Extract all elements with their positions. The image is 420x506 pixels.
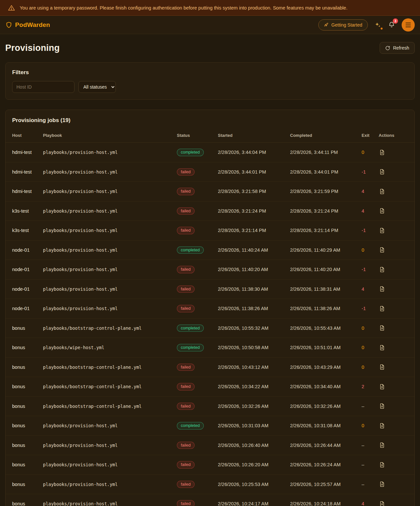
host-cell: k3s-test <box>6 201 39 221</box>
completed-cell: 2/26/2026, 11:40:20 AM <box>286 260 358 280</box>
table-row: hdmi-test playbooks/provision-host.yml f… <box>6 182 414 201</box>
actions-cell <box>375 201 414 221</box>
column-header-completed: Completed <box>286 130 358 143</box>
completed-cell: 2/28/2026, 3:21:59 PM <box>286 182 358 201</box>
exit-code: -1 <box>358 221 375 241</box>
getting-started-label: Getting Started <box>331 22 362 28</box>
table-row: hdmi-test playbooks/provision-host.yml c… <box>6 143 414 162</box>
host-id-input[interactable] <box>12 81 74 93</box>
table-row: node-01 playbooks/provision-host.yml com… <box>6 240 414 260</box>
view-log-button[interactable] <box>379 227 386 234</box>
view-log-button[interactable] <box>379 461 386 468</box>
brand: PodWarden <box>5 21 50 29</box>
temporary-password-banner: You are using a temporary password. Plea… <box>0 0 420 16</box>
started-cell: 2/26/2026, 11:40:24 AM <box>214 240 286 260</box>
document-icon <box>379 423 385 429</box>
playbook-cell: playbooks/bootstrap-control-plane.yml <box>39 318 173 338</box>
started-cell: 2/28/2026, 3:21:14 PM <box>214 221 286 241</box>
view-log-button[interactable] <box>379 383 386 390</box>
document-icon <box>379 267 385 272</box>
status-cell: completed <box>173 318 214 338</box>
host-cell: bonus <box>6 357 39 377</box>
view-log-button[interactable] <box>379 246 386 253</box>
started-cell: 2/26/2026, 10:55:32 AM <box>214 318 286 338</box>
top-navigation-bar: PodWarden Getting Started <box>0 16 420 34</box>
actions-cell <box>375 474 414 494</box>
playbook-cell: playbooks/provision-host.yml <box>39 260 173 280</box>
completed-cell: 2/26/2026, 11:38:26 AM <box>286 299 358 319</box>
completed-cell: 2/26/2026, 10:26:44 AM <box>286 435 358 455</box>
status-cell: failed <box>173 455 214 475</box>
status-badge: failed <box>177 227 195 234</box>
view-log-button[interactable] <box>379 481 386 488</box>
document-icon <box>379 442 385 448</box>
document-icon <box>379 208 385 214</box>
actions-cell <box>375 143 414 162</box>
view-log-button[interactable] <box>379 344 386 351</box>
view-log-button[interactable] <box>379 168 386 175</box>
completed-cell: 2/26/2026, 10:55:43 AM <box>286 318 358 338</box>
actions-cell <box>375 182 414 201</box>
document-icon <box>379 462 385 468</box>
document-icon <box>379 481 385 487</box>
table-row: bonus playbooks/wipe-host.yml completed … <box>6 338 414 358</box>
refresh-button[interactable]: Refresh <box>380 42 415 54</box>
brand-name: PodWarden <box>15 21 50 29</box>
status-cell: failed <box>173 396 214 416</box>
completed-cell: 2/28/2026, 3:44:11 PM <box>286 143 358 162</box>
view-log-button[interactable] <box>379 305 386 312</box>
actions-cell <box>375 357 414 377</box>
view-log-button[interactable] <box>379 364 386 370</box>
status-cell: failed <box>173 279 214 299</box>
playbook-cell: playbooks/provision-host.yml <box>39 279 173 299</box>
host-cell: node-01 <box>6 279 39 299</box>
playbook-cell: playbooks/provision-host.yml <box>39 182 173 201</box>
document-icon <box>379 325 385 331</box>
refresh-label: Refresh <box>393 45 409 51</box>
table-row: hdmi-test playbooks/provision-host.yml f… <box>6 162 414 182</box>
view-log-button[interactable] <box>379 325 386 331</box>
playbook-cell: playbooks/provision-host.yml <box>39 494 173 506</box>
host-cell: bonus <box>6 416 39 436</box>
view-log-button[interactable] <box>379 403 386 410</box>
view-log-button[interactable] <box>379 442 386 449</box>
table-row: node-01 playbooks/provision-host.yml fai… <box>6 260 414 280</box>
table-row: k3s-test playbooks/provision-host.yml fa… <box>6 221 414 241</box>
started-cell: 2/28/2026, 3:44:04 PM <box>214 143 286 162</box>
status-cell: completed <box>173 338 214 358</box>
playbook-cell: playbooks/wipe-host.yml <box>39 338 173 358</box>
started-cell: 2/28/2026, 3:21:24 PM <box>214 201 286 221</box>
status-badge: failed <box>177 500 195 506</box>
view-log-button[interactable] <box>379 422 386 429</box>
sparkle-button[interactable] <box>374 21 382 29</box>
host-cell: k3s-test <box>6 221 39 241</box>
view-log-button[interactable] <box>379 285 386 292</box>
view-log-button[interactable] <box>379 149 386 156</box>
notifications-button[interactable]: 3 <box>388 21 396 29</box>
view-log-button[interactable] <box>379 266 386 273</box>
status-cell: failed <box>173 377 214 397</box>
completed-cell: 2/28/2026, 3:44:01 PM <box>286 162 358 182</box>
actions-cell <box>375 494 414 506</box>
status-badge: failed <box>177 188 195 195</box>
actions-cell <box>375 240 414 260</box>
status-filter-select[interactable]: All statuses <box>78 81 116 93</box>
actions-cell <box>375 435 414 455</box>
hamburger-menu-button[interactable] <box>402 18 415 32</box>
status-badge: failed <box>177 285 195 293</box>
status-badge: failed <box>177 266 195 273</box>
view-log-button[interactable] <box>379 500 386 506</box>
column-header-started: Started <box>214 130 286 143</box>
exit-code: – <box>358 474 375 494</box>
document-icon <box>379 403 385 409</box>
document-icon <box>379 150 385 155</box>
getting-started-button[interactable]: Getting Started <box>318 19 368 31</box>
view-log-button[interactable] <box>379 188 386 195</box>
started-cell: 2/26/2026, 10:31:03 AM <box>214 416 286 436</box>
started-cell: 2/26/2026, 10:32:26 AM <box>214 396 286 416</box>
jobs-table-body: hdmi-test playbooks/provision-host.yml c… <box>6 143 414 506</box>
status-badge: failed <box>177 305 195 312</box>
view-log-button[interactable] <box>379 207 386 214</box>
playbook-cell: playbooks/provision-host.yml <box>39 240 173 260</box>
playbook-cell: playbooks/bootstrap-control-plane.yml <box>39 357 173 377</box>
